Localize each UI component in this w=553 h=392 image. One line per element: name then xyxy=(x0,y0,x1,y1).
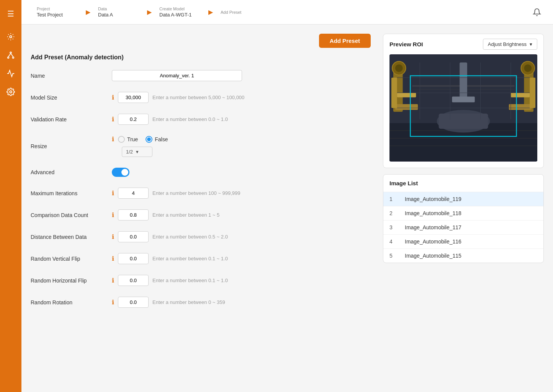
form-row-validation-rate: Validation Rate ℹ Enter a number between… xyxy=(31,114,371,125)
resize-dropdown-value: 1/2 xyxy=(126,149,133,155)
comparison-data-input[interactable] xyxy=(118,209,149,220)
menu-icon[interactable]: ☰ xyxy=(3,6,18,21)
preview-title: Preview ROI xyxy=(389,41,423,47)
validation-rate-hint: Enter a number between 0.0 ~ 1.0 xyxy=(152,116,228,122)
form-row-rotation: Random Rotation ℹ Enter a number between… xyxy=(31,297,371,308)
image-list-row-1[interactable]: 1 Image_Automobile_119 xyxy=(383,192,543,206)
svg-point-25 xyxy=(395,64,403,72)
comparison-data-field: ℹ Enter a number between 1 ~ 5 xyxy=(112,209,371,220)
resize-field: ℹ True False xyxy=(112,136,371,157)
row-num-1: 1 xyxy=(389,196,405,202)
image-list-row-2[interactable]: 2 Image_Automobile_118 xyxy=(383,206,543,220)
model-size-info-icon[interactable]: ℹ xyxy=(112,94,114,101)
max-iterations-info-icon[interactable]: ℹ xyxy=(112,189,114,197)
max-iterations-input[interactable] xyxy=(118,188,149,199)
max-iterations-field: ℹ Enter a number between 100 ~ 999,999 xyxy=(112,188,371,199)
svg-line-4 xyxy=(8,53,11,57)
chart-icon[interactable] xyxy=(3,66,18,81)
validation-rate-info-icon[interactable]: ℹ xyxy=(112,116,114,123)
vertical-flip-hint: Enter a number between 0.1 ~ 1.0 xyxy=(152,256,228,261)
distance-field: ℹ Enter a number between 0.5 ~ 2.0 xyxy=(112,231,371,242)
breadcrumb-project-label: Project xyxy=(37,7,78,11)
resize-false-label: False xyxy=(155,136,168,142)
max-iterations-hint: Enter a number between 100 ~ 999,999 xyxy=(152,190,240,196)
comparison-data-info-icon[interactable]: ℹ xyxy=(112,211,114,219)
form-row-max-iterations: Maximum Iterations ℹ Enter a number betw… xyxy=(31,188,371,199)
resize-true-radio[interactable] xyxy=(118,136,125,143)
row-name-3: Image_Automobile_117 xyxy=(405,224,461,230)
validation-rate-input[interactable] xyxy=(118,114,149,125)
breadcrumb-project-value: Test Project xyxy=(37,12,78,18)
notification-icon[interactable] xyxy=(530,5,544,19)
brightness-dropdown-arrow: ▾ xyxy=(530,41,532,47)
row-name-5: Image_Automobile_115 xyxy=(405,253,461,259)
svg-point-1 xyxy=(10,52,11,54)
rotation-input[interactable] xyxy=(118,297,149,308)
resize-false-option[interactable]: False xyxy=(146,136,168,143)
form-row-horizontal-flip: Random Horizontal Flip ℹ Enter a number … xyxy=(31,275,371,286)
preview-section: Preview ROI Adjust Brightness ▾ xyxy=(383,34,544,168)
right-panel: Preview ROI Adjust Brightness ▾ xyxy=(383,34,544,383)
horizontal-flip-info-icon[interactable]: ℹ xyxy=(112,277,114,284)
settings-icon[interactable] xyxy=(3,84,18,100)
preview-header: Preview ROI Adjust Brightness ▾ xyxy=(383,34,543,54)
rotation-label: Random Rotation xyxy=(31,299,107,305)
vertical-flip-label: Random Vertical Flip xyxy=(31,256,107,262)
form-row-name: Name xyxy=(31,70,371,81)
comparison-data-label: Comparison Data Count xyxy=(31,212,107,218)
rotation-info-icon[interactable]: ℹ xyxy=(112,299,114,306)
form-row-comparison-data: Comparison Data Count ℹ Enter a number b… xyxy=(31,209,371,220)
horizontal-flip-label: Random Horizontal Flip xyxy=(31,278,107,284)
breadcrumb-data-label: Data xyxy=(98,7,139,11)
resize-true-option[interactable]: True xyxy=(118,136,138,143)
resize-info-icon[interactable]: ℹ xyxy=(112,136,114,143)
breadcrumb-create-model[interactable]: Create Model Data A-WGT-1 xyxy=(153,3,207,21)
vertical-flip-info-icon[interactable]: ℹ xyxy=(112,255,114,262)
row-num-4: 4 xyxy=(389,238,405,245)
svg-rect-28 xyxy=(460,62,467,100)
row-num-5: 5 xyxy=(389,253,405,259)
network-icon[interactable] xyxy=(3,47,18,63)
rotation-field: ℹ Enter a number between 0 ~ 359 xyxy=(112,297,371,308)
breadcrumb-arrow-2: ▶ xyxy=(147,8,152,16)
image-list-section: Image List 1 Image_Automobile_119 2 Imag… xyxy=(383,174,544,263)
name-input[interactable] xyxy=(112,70,242,81)
form-row-distance: Distance Between Data ℹ Enter a number b… xyxy=(31,231,371,242)
row-num-2: 2 xyxy=(389,210,405,216)
tag-icon[interactable] xyxy=(3,29,18,44)
breadcrumb-arrow-1: ▶ xyxy=(86,8,90,16)
brightness-dropdown[interactable]: Adjust Brightness ▾ xyxy=(483,39,537,50)
svg-point-3 xyxy=(13,57,14,59)
row-num-3: 3 xyxy=(389,224,405,230)
breadcrumb-data-value: Data A xyxy=(98,12,139,18)
horizontal-flip-input[interactable] xyxy=(118,275,149,286)
comparison-data-hint: Enter a number between 1 ~ 5 xyxy=(152,212,219,218)
svg-rect-15 xyxy=(509,104,532,110)
distance-info-icon[interactable]: ℹ xyxy=(112,233,114,240)
model-size-input[interactable] xyxy=(118,92,149,103)
svg-rect-29 xyxy=(452,96,474,102)
distance-input[interactable] xyxy=(118,231,149,242)
model-size-label: Model Size xyxy=(31,95,107,101)
resize-false-radio[interactable] xyxy=(146,136,152,143)
breadcrumb-data[interactable]: Data Data A xyxy=(92,3,146,21)
brightness-dropdown-label: Adjust Brightness xyxy=(488,41,527,47)
vertical-flip-input[interactable] xyxy=(118,253,149,264)
resize-label: Resize xyxy=(31,143,107,149)
preview-image-container xyxy=(389,54,537,162)
advanced-toggle[interactable] xyxy=(112,168,129,177)
image-list-header: Image List xyxy=(383,175,543,192)
distance-hint: Enter a number between 0.5 ~ 2.0 xyxy=(152,234,228,240)
breadcrumb-add-preset[interactable]: Add Preset xyxy=(214,7,268,18)
resize-dropdown-arrow: ▾ xyxy=(136,149,139,155)
form-row-resize: Resize ℹ True False xyxy=(31,136,371,157)
image-list-row-5[interactable]: 5 Image_Automobile_115 xyxy=(383,249,543,263)
image-list-row-4[interactable]: 4 Image_Automobile_116 xyxy=(383,235,543,249)
form-row-vertical-flip: Random Vertical Flip ℹ Enter a number be… xyxy=(31,253,371,264)
vertical-flip-field: ℹ Enter a number between 0.1 ~ 1.0 xyxy=(112,253,371,264)
image-list-row-3[interactable]: 3 Image_Automobile_117 xyxy=(383,220,543,235)
add-preset-button[interactable]: Add Preset xyxy=(319,34,371,48)
breadcrumb-project[interactable]: Project Test Project xyxy=(31,3,84,21)
main-wrapper: Project Test Project ▶ Data Data A ▶ Cre… xyxy=(21,0,553,392)
resize-dropdown[interactable]: 1/2 ▾ xyxy=(122,147,152,157)
